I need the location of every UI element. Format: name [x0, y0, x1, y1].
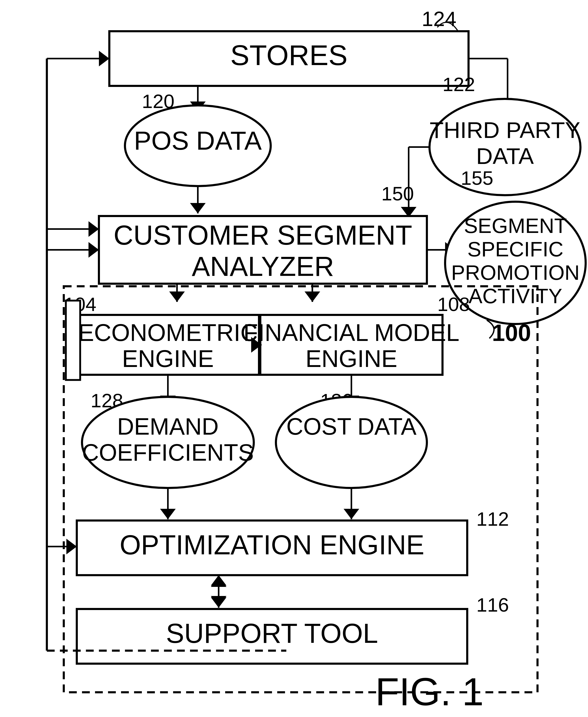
- ref-155: 155: [461, 167, 493, 189]
- ref-116: 116: [476, 594, 509, 616]
- seg-line1: SEGMENT: [464, 214, 567, 237]
- opt-engine-label: OPTIMIZATION ENGINE: [120, 530, 424, 560]
- eco-line2: ENGINE: [122, 345, 214, 372]
- ref-108: 108: [437, 293, 470, 315]
- seg-line3: PROMOTION: [451, 261, 580, 284]
- third-party-line2: DATA: [476, 143, 534, 169]
- demand-line2: COEFFICIENTS: [82, 440, 254, 466]
- demand-line1: DEMAND: [117, 414, 219, 440]
- cost-line1: COST DATA: [286, 414, 417, 440]
- csa-line2: ANALYZER: [192, 251, 334, 281]
- ref-112: 112: [476, 508, 509, 530]
- ref-122: 122: [442, 73, 475, 95]
- diagram-container: 124 STORES 120 POS DATA 122 THIRD PARTY …: [0, 0, 588, 717]
- ref-124: 124: [422, 7, 456, 30]
- ref-150: 150: [381, 183, 414, 205]
- eco-line1: ECONOMETRIC: [78, 319, 258, 346]
- fin-line1: FINANCIAL MODEL: [244, 319, 459, 346]
- cost-data-ellipse: [276, 397, 427, 488]
- fin-line2: ENGINE: [306, 345, 397, 372]
- seg-line4: ACTIVITY: [468, 284, 562, 308]
- stores-label: STORES: [230, 39, 348, 71]
- ref-100: 100: [492, 320, 531, 346]
- third-party-line1: THIRD PARTY: [430, 117, 581, 143]
- fig-label: FIG. 1: [375, 670, 484, 714]
- svg-rect-41: [66, 301, 80, 380]
- support-tool-label: SUPPORT TOOL: [166, 618, 378, 649]
- pos-data-label: POS DATA: [134, 126, 262, 155]
- csa-line1: CUSTOMER SEGMENT: [113, 220, 412, 250]
- seg-line2: SPECIFIC: [467, 238, 564, 261]
